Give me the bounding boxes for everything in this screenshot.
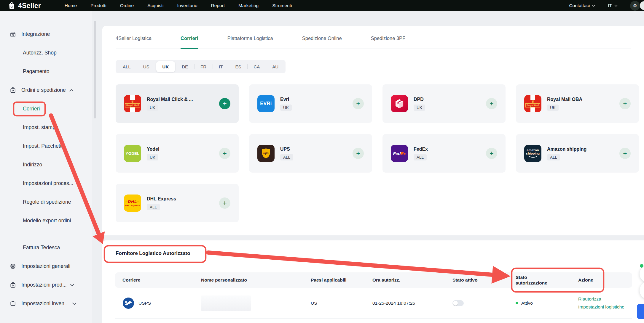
sidebar-item-impostazioni-inven[interactable]: Impostazioni inven...: [0, 294, 92, 313]
sidebar-item-label: Impost. stampa: [23, 124, 58, 131]
filter-chip-es[interactable]: ES: [229, 60, 247, 73]
add-carrier-button[interactable]: +: [486, 148, 497, 159]
nav-item-report[interactable]: Report: [211, 3, 225, 8]
yodel-logo-icon: YODEL: [124, 145, 141, 162]
sidebar-item-label: Impostazioni inven...: [21, 300, 69, 307]
nav-item-prodotti[interactable]: Prodotti: [90, 3, 106, 8]
filter-chip-fr[interactable]: FR: [194, 60, 213, 73]
sidebar-item-impostazioni-generali[interactable]: Impostazioni generali: [0, 257, 92, 276]
carrier-card-royal-mail-oba: ♛Royal MailRoyal Mail OBAUK+: [516, 84, 639, 123]
carrier-region-tag: UK: [280, 105, 292, 111]
settings-button[interactable]: ⚙: [630, 1, 640, 11]
filter-chip-all[interactable]: ALL: [117, 60, 137, 73]
usps-logo-icon: [122, 297, 134, 309]
filter-chip-au[interactable]: AU: [266, 60, 285, 73]
nav-item-ordine[interactable]: Ordine: [120, 3, 134, 8]
chevron-down-icon: [70, 284, 74, 286]
carrier-name: Yodel: [147, 147, 159, 152]
sidebar-item-label: Ordini e spedizione: [21, 87, 66, 93]
nav-item-home[interactable]: Home: [65, 3, 77, 8]
inventory-icon: [9, 300, 16, 307]
cell-countries: US: [311, 300, 372, 306]
redacted-name: [201, 295, 251, 311]
action-link-impostazioni-logistiche[interactable]: Impostazioni logistiche: [578, 304, 624, 310]
carrier-info: DHL ExpressALL: [147, 196, 176, 210]
carrier-region-tag: UK: [547, 105, 559, 111]
nav-item-inventario[interactable]: Inventario: [177, 3, 197, 8]
filter-chip-it[interactable]: IT: [213, 60, 229, 73]
cell-auth-status: Attivo: [516, 300, 578, 306]
sidebar-item-regole-di-spedizione[interactable]: Regole di spedizione: [0, 193, 92, 211]
carrier-region-tag: UK: [147, 105, 158, 111]
column-header-nome-personalizzato: Nome personalizzato: [201, 277, 311, 283]
add-carrier-button[interactable]: +: [219, 148, 230, 159]
tab-4seller-logistica[interactable]: 4Seller Logistica: [116, 36, 152, 49]
main-nav: HomeProdottiOrdineAcquistiInventarioRepo…: [65, 3, 292, 8]
tab-piattaforma-logistica[interactable]: Piattaforma Logistica: [227, 36, 273, 49]
carrier-card-dhl-express: –DHL–DHL ExpressDHL ExpressALL+: [116, 184, 239, 222]
brand-logo[interactable]: 4Seller: [8, 2, 41, 10]
carrier-info: EvriUK: [280, 97, 292, 111]
sidebar-item-integrazione[interactable]: Integrazione: [0, 25, 92, 44]
carrier-card-royal-mail-click: ♛Royal MailRoyal Mail Click & ...UK+: [116, 84, 239, 123]
filter-chip-uk[interactable]: UK: [156, 61, 175, 72]
carrier-info: Royal Mail Click & ...UK: [147, 97, 193, 111]
floating-chat-button[interactable]: [637, 304, 644, 319]
add-carrier-button[interactable]: +: [353, 98, 364, 109]
filter-chip-ca[interactable]: CA: [247, 60, 266, 73]
contact-menu[interactable]: Contattaci: [569, 3, 595, 8]
sidebar-item-corrieri[interactable]: Corrieri: [0, 99, 92, 118]
sidebar-item-indirizzo[interactable]: Indirizzo: [0, 155, 92, 174]
action-link-riautorizza[interactable]: Riautorizza: [578, 296, 601, 302]
table-row: USPSUS01-25-2024 18:07:26AttivoRiautoriz…: [115, 288, 632, 319]
sidebar-scrollbar[interactable]: [94, 21, 96, 118]
carriers-panel: 4Seller LogisticaCorrieriPiattaforma Log…: [102, 26, 644, 235]
carrier-region-tag: ALL: [547, 154, 560, 160]
chevron-down-icon: [614, 5, 618, 7]
section-title: Fornitore Logistico Autorizzato: [116, 250, 190, 256]
app: 4Seller HomeProdottiOrdineAcquistiInvent…: [0, 0, 644, 323]
nav-item-strumenti[interactable]: Strumenti: [272, 3, 292, 8]
sidebar-item-impost-stampa[interactable]: Impost. stampa: [0, 118, 92, 137]
carrier-info: DPDUK: [414, 97, 425, 111]
royal-mail-logo-icon: ♛Royal Mail: [124, 95, 141, 112]
language-menu[interactable]: IT: [608, 3, 618, 8]
svg-text:ups: ups: [263, 152, 269, 155]
sidebar-item-modello-export-ordini[interactable]: Modello export ordini: [0, 211, 92, 230]
tab-corrieri[interactable]: Corrieri: [181, 36, 198, 49]
add-carrier-button[interactable]: +: [619, 148, 631, 159]
active-toggle[interactable]: [452, 300, 464, 306]
carrier-card-evri: EVRiEvriUK+: [249, 84, 372, 123]
sidebar-item-impost-pacchetti[interactable]: Impost. Pacchetti: [0, 137, 92, 155]
sidebar: IntegrazioneAutorizz. ShopPagamentoOrdin…: [0, 11, 92, 323]
nav-item-marketing[interactable]: Marketing: [238, 3, 259, 8]
add-carrier-button[interactable]: +: [219, 98, 230, 109]
sidebar-item-impostazioni-proces[interactable]: Impostazioni proces...: [0, 174, 92, 193]
carrier-name: Evri: [280, 97, 292, 102]
add-carrier-button[interactable]: +: [486, 98, 497, 109]
tab-bar: 4Seller LogisticaCorrieriPiattaforma Log…: [116, 26, 631, 49]
sidebar-item-label: Impost. Pacchetti: [23, 143, 63, 149]
sidebar-item-label: Corrieri: [23, 106, 40, 112]
sidebar-item-pagamento[interactable]: Pagamento: [0, 62, 92, 81]
filter-chip-de[interactable]: DE: [176, 60, 194, 73]
add-carrier-button[interactable]: +: [619, 98, 631, 109]
tab-spedizione-online[interactable]: Spedizione Online: [302, 36, 342, 49]
carrier-info: Royal Mail OBAUK: [547, 97, 582, 111]
sidebar-item-fattura-tedesca[interactable]: Fattura Tedesca: [0, 238, 92, 257]
sidebar-item-label: Pagamento: [23, 68, 50, 75]
contact-label: Contattaci: [569, 3, 590, 8]
filter-chip-us[interactable]: US: [137, 60, 156, 73]
add-carrier-button[interactable]: +: [353, 148, 364, 159]
sidebar-item-autorizz-shop[interactable]: Autorizz. Shop: [0, 44, 92, 62]
sidebar-item-label: Regole di spedizione: [23, 199, 71, 205]
gear-icon: ⚙: [633, 3, 637, 9]
cell-actions: RiautorizzaImpostazioni logistiche: [578, 296, 632, 310]
tab-spedizione-3pf[interactable]: Spedizione 3PF: [371, 36, 406, 49]
sidebar-item-ordini-e-spedizione[interactable]: Ordini e spedizione: [0, 81, 92, 99]
sidebar-item-impostazioni-prod[interactable]: Impostazioni prod...: [0, 276, 92, 294]
carrier-info: UPSALL: [280, 147, 293, 160]
fedex-logo-icon: FedEx: [391, 145, 408, 162]
add-carrier-button[interactable]: +: [219, 197, 230, 209]
nav-item-acquisti[interactable]: Acquisti: [147, 3, 163, 8]
